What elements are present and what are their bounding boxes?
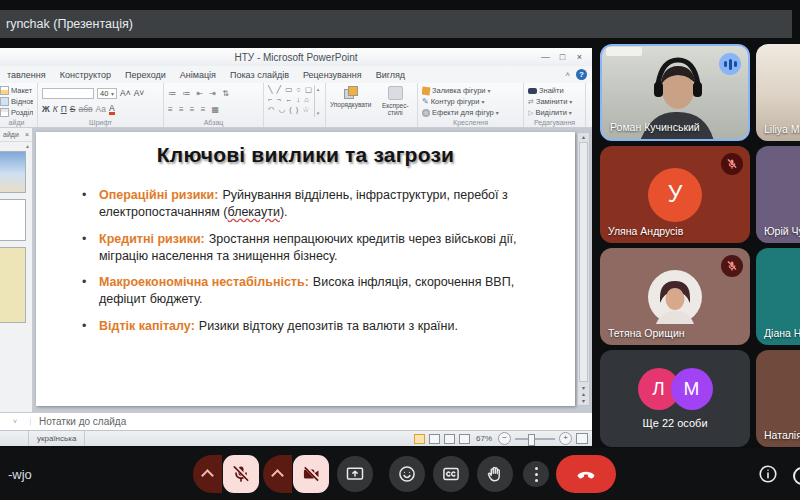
grow-font-button[interactable]: А˄	[120, 88, 131, 98]
zoom-slider-thumb[interactable]	[528, 434, 535, 446]
presentation-banner: rynchak (Презентація)	[0, 10, 792, 38]
camera-toggle-button[interactable]	[293, 455, 329, 493]
alignment-buttons[interactable]: ≡ ≡ ≡ ≡ ▦	[168, 101, 259, 117]
section-button[interactable]: Розділ▾	[0, 107, 33, 118]
reset-button[interactable]: Відновити	[0, 96, 33, 107]
slide-thumbnail[interactable]	[0, 247, 26, 323]
mic-options-button[interactable]	[193, 455, 222, 493]
participant-tile-partial[interactable]: Діана Наз	[756, 248, 800, 345]
participant-tile[interactable]: У Уляна Андрусів	[600, 146, 750, 243]
thumbnails-scroll-up[interactable]: ▴	[0, 142, 32, 151]
raise-hand-button[interactable]	[477, 456, 513, 492]
tab-slideshow[interactable]: Показ слайдів	[223, 70, 296, 80]
slide-scrollbar[interactable]: ▴ ▾ ▴▾	[577, 132, 590, 406]
help-icon[interactable]: ?	[576, 69, 587, 80]
font-color-button[interactable]: А	[109, 104, 115, 115]
scroll-down-icon[interactable]: ▾	[582, 384, 585, 391]
window-titlebar: НТУ - Microsoft PowerPoint — □ ×	[0, 48, 592, 67]
language-indicator[interactable]: українська	[28, 431, 85, 446]
scroll-up-icon[interactable]: ▴	[582, 133, 585, 140]
reading-view-icon[interactable]	[444, 434, 455, 444]
reactions-button[interactable]	[389, 456, 425, 492]
end-call-icon	[575, 463, 597, 485]
end-call-button[interactable]	[556, 455, 616, 493]
find-button[interactable]: Знайти	[528, 85, 581, 96]
present-screen-button[interactable]	[337, 456, 373, 492]
maximize-button[interactable]: □	[554, 52, 571, 62]
pane-close-icon[interactable]: ×	[25, 131, 29, 138]
participant-tile[interactable]: Тетяна Орищин	[600, 248, 750, 345]
misspelled-word: блекаути	[228, 205, 280, 219]
captions-button[interactable]	[433, 456, 469, 492]
previous-slide-icon[interactable]: ▴	[582, 391, 585, 398]
camera-options-button[interactable]	[263, 455, 292, 493]
normal-view-icon[interactable]	[414, 434, 425, 444]
minimize-button[interactable]: —	[537, 52, 554, 62]
bold-button[interactable]: Ж	[42, 104, 50, 114]
shrink-font-button[interactable]: А˅	[134, 88, 145, 98]
shape-outline-button[interactable]: ✎Контур фігури▾	[422, 96, 519, 107]
shape-effects-button[interactable]: Ефекти для фігур▾	[422, 107, 519, 118]
tab-review[interactable]: Рецензування	[296, 70, 369, 80]
zoom-out-button[interactable]: −	[498, 432, 511, 445]
tab-view[interactable]: Вигляд	[369, 70, 413, 80]
strikethrough-button[interactable]: S	[70, 104, 76, 114]
ribbon-collapse-icon[interactable]: ˄	[565, 70, 570, 79]
slideshow-view-icon[interactable]	[459, 434, 470, 444]
participant-tile-partial[interactable]: Liliya Mar	[756, 44, 800, 141]
shapes-gallery[interactable]: ╲ ╱ ▭ ○ ▢ ⌐ ¬ ← ↓ ⌂ ◠ ◡ ( ) ☆ ▴▾	[264, 83, 326, 127]
notes-pane[interactable]: ˅ Нотатки до слайда	[0, 412, 592, 430]
underline-button[interactable]: П	[61, 104, 67, 114]
ribbon-group-editing: Знайти ⇄Замінити▾ ▷Виділити▾ Редагування	[524, 83, 586, 127]
tab-animations[interactable]: Анімація	[173, 70, 223, 80]
notes-splitter-icon[interactable]: ˅	[0, 418, 31, 425]
shapes-scrollbar[interactable]: ▴▾	[314, 85, 321, 117]
mic-toggle-button[interactable]	[223, 455, 259, 493]
shapes-row[interactable]: ╲ ╱ ▭ ○ ▢	[268, 85, 314, 95]
shapes-row[interactable]: ⌐ ¬ ← ↓ ⌂	[268, 95, 314, 105]
change-case-button[interactable]: Аа	[96, 104, 107, 114]
shape-effects-icon	[422, 109, 430, 117]
clear-format-button[interactable]: абв	[78, 104, 92, 114]
font-size-select[interactable]: 40▾	[97, 88, 117, 99]
quick-styles-icon	[388, 86, 403, 100]
zoom-level[interactable]: 67%	[476, 434, 492, 443]
layout-button[interactable]: Макет▾	[0, 85, 33, 96]
italic-button[interactable]: К	[53, 104, 58, 114]
slide-thumbnail[interactable]	[0, 199, 26, 241]
raised-hand-icon	[485, 464, 505, 484]
select-button[interactable]: ▷Виділити▾	[528, 107, 581, 118]
zoom-slider[interactable]	[515, 438, 555, 440]
tab-design[interactable]: Конструктор	[53, 70, 118, 80]
shape-fill-button[interactable]: Заливка фігури▾	[422, 85, 519, 96]
meeting-details-button[interactable]	[757, 463, 779, 485]
notes-placeholder[interactable]: Нотатки до слайда	[31, 416, 126, 427]
tab-insert[interactable]: тавлення	[0, 70, 53, 80]
scrollbar-thumb[interactable]	[579, 142, 588, 382]
tab-transitions[interactable]: Переходи	[118, 70, 173, 80]
people-icon[interactable]	[793, 467, 800, 485]
close-button[interactable]: ×	[571, 52, 588, 62]
list-buttons[interactable]: ≔ ≔ ⇤ ⇥ ⇅	[168, 85, 259, 101]
slide-bullet: • Операційні ризики:Руйнування відділень…	[82, 187, 549, 222]
present-screen-icon	[345, 464, 365, 484]
arrange-button[interactable]: Упорядкувати	[330, 86, 371, 108]
ribbon-group-drawing: Заливка фігури▾ ✎Контур фігури▾ Ефекти д…	[418, 83, 524, 127]
more-participants-tile[interactable]: Л М Ще 22 особи	[600, 350, 750, 447]
font-name-select[interactable]	[42, 88, 94, 99]
replace-button[interactable]: ⇄Замінити▾	[528, 96, 581, 107]
shapes-row[interactable]: ◠ ◡ ( ) ☆	[268, 105, 314, 115]
slide-canvas[interactable]: Ключові виклики та загрози • Операційні …	[36, 132, 575, 406]
zoom-in-button[interactable]: +	[559, 432, 572, 445]
participant-tile[interactable]: Роман Кучинський	[600, 44, 750, 141]
more-options-button[interactable]	[523, 461, 549, 487]
participant-name: Тетяна Орищин	[608, 327, 685, 339]
ribbon-group-font: 40▾ А˄ А˅ Ж К П S абв Аа А Шрифт	[38, 83, 164, 127]
participant-tile-partial[interactable]: Юрій Чуч	[756, 146, 800, 243]
slide-thumbnail[interactable]	[0, 151, 26, 193]
fit-to-window-icon[interactable]	[576, 433, 588, 444]
quick-styles-button[interactable]: Експрес-стилі	[377, 86, 413, 116]
participant-tile-partial[interactable]: Наталія К	[756, 350, 800, 447]
next-slide-icon[interactable]: ▾	[582, 398, 585, 405]
slide-sorter-icon[interactable]	[429, 434, 440, 444]
